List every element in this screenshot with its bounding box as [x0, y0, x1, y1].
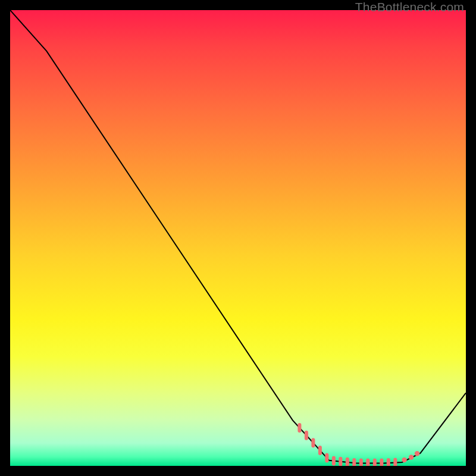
bottleneck-curve	[10, 10, 466, 463]
plot-area	[10, 10, 466, 466]
valley-dot	[402, 458, 406, 462]
watermark-text: TheBottleneck.com	[355, 0, 464, 14]
valley-dot	[409, 455, 414, 459]
curve-layer	[10, 10, 466, 466]
chart-frame: TheBottleneck.com	[0, 0, 476, 476]
marker-group	[299, 425, 419, 466]
valley-dot	[415, 451, 419, 456]
